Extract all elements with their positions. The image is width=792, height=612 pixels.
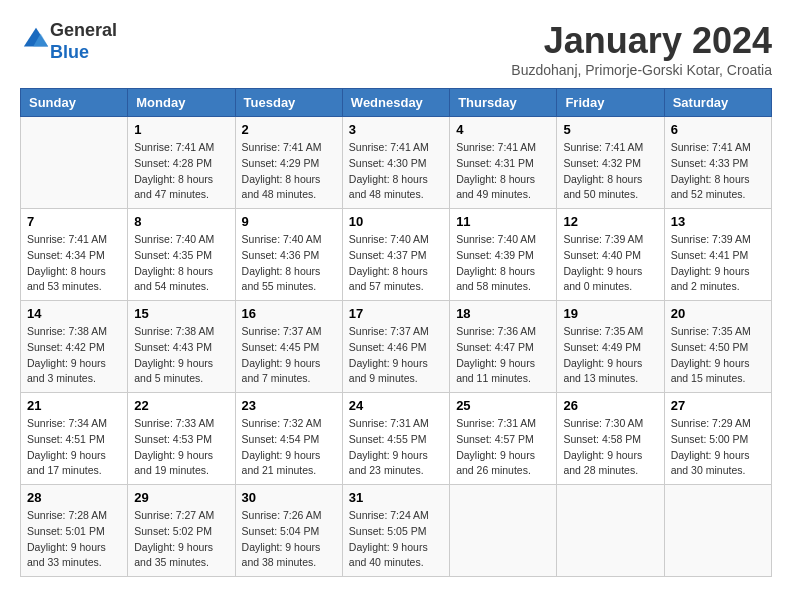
day-number: 22 [134,398,228,413]
day-number: 6 [671,122,765,137]
calendar-cell: 1Sunrise: 7:41 AMSunset: 4:28 PMDaylight… [128,117,235,209]
page-header: General Blue January 2024 Buzdohanj, Pri… [20,20,772,78]
calendar-cell: 18Sunrise: 7:36 AMSunset: 4:47 PMDayligh… [450,301,557,393]
day-info: Sunrise: 7:39 AMSunset: 4:40 PMDaylight:… [563,232,657,295]
day-info: Sunrise: 7:38 AMSunset: 4:42 PMDaylight:… [27,324,121,387]
calendar-header: SundayMondayTuesdayWednesdayThursdayFrid… [21,89,772,117]
logo-general: General [50,20,117,40]
weekday-header-wednesday: Wednesday [342,89,449,117]
day-number: 29 [134,490,228,505]
calendar-table: SundayMondayTuesdayWednesdayThursdayFrid… [20,88,772,577]
calendar-cell: 16Sunrise: 7:37 AMSunset: 4:45 PMDayligh… [235,301,342,393]
calendar-cell: 28Sunrise: 7:28 AMSunset: 5:01 PMDayligh… [21,485,128,577]
calendar-cell: 27Sunrise: 7:29 AMSunset: 5:00 PMDayligh… [664,393,771,485]
calendar-cell: 3Sunrise: 7:41 AMSunset: 4:30 PMDaylight… [342,117,449,209]
calendar-cell: 7Sunrise: 7:41 AMSunset: 4:34 PMDaylight… [21,209,128,301]
day-number: 5 [563,122,657,137]
day-info: Sunrise: 7:31 AMSunset: 4:57 PMDaylight:… [456,416,550,479]
calendar-cell [557,485,664,577]
calendar-cell: 22Sunrise: 7:33 AMSunset: 4:53 PMDayligh… [128,393,235,485]
day-number: 23 [242,398,336,413]
calendar-cell [450,485,557,577]
weekday-header-thursday: Thursday [450,89,557,117]
calendar-cell: 13Sunrise: 7:39 AMSunset: 4:41 PMDayligh… [664,209,771,301]
calendar-cell: 4Sunrise: 7:41 AMSunset: 4:31 PMDaylight… [450,117,557,209]
day-info: Sunrise: 7:35 AMSunset: 4:49 PMDaylight:… [563,324,657,387]
day-number: 3 [349,122,443,137]
logo-text: General Blue [50,20,117,63]
day-number: 31 [349,490,443,505]
calendar-cell: 23Sunrise: 7:32 AMSunset: 4:54 PMDayligh… [235,393,342,485]
weekday-header-monday: Monday [128,89,235,117]
day-number: 16 [242,306,336,321]
day-number: 21 [27,398,121,413]
day-number: 7 [27,214,121,229]
day-number: 13 [671,214,765,229]
day-info: Sunrise: 7:40 AMSunset: 4:36 PMDaylight:… [242,232,336,295]
calendar-cell: 9Sunrise: 7:40 AMSunset: 4:36 PMDaylight… [235,209,342,301]
calendar-cell: 15Sunrise: 7:38 AMSunset: 4:43 PMDayligh… [128,301,235,393]
day-info: Sunrise: 7:27 AMSunset: 5:02 PMDaylight:… [134,508,228,571]
day-info: Sunrise: 7:32 AMSunset: 4:54 PMDaylight:… [242,416,336,479]
day-info: Sunrise: 7:28 AMSunset: 5:01 PMDaylight:… [27,508,121,571]
weekday-header-tuesday: Tuesday [235,89,342,117]
day-info: Sunrise: 7:30 AMSunset: 4:58 PMDaylight:… [563,416,657,479]
day-number: 10 [349,214,443,229]
day-number: 19 [563,306,657,321]
weekday-header-friday: Friday [557,89,664,117]
logo-icon [22,26,50,54]
day-info: Sunrise: 7:26 AMSunset: 5:04 PMDaylight:… [242,508,336,571]
calendar-week-5: 28Sunrise: 7:28 AMSunset: 5:01 PMDayligh… [21,485,772,577]
day-info: Sunrise: 7:34 AMSunset: 4:51 PMDaylight:… [27,416,121,479]
calendar-cell: 6Sunrise: 7:41 AMSunset: 4:33 PMDaylight… [664,117,771,209]
calendar-cell: 2Sunrise: 7:41 AMSunset: 4:29 PMDaylight… [235,117,342,209]
day-info: Sunrise: 7:35 AMSunset: 4:50 PMDaylight:… [671,324,765,387]
day-info: Sunrise: 7:33 AMSunset: 4:53 PMDaylight:… [134,416,228,479]
calendar-cell: 24Sunrise: 7:31 AMSunset: 4:55 PMDayligh… [342,393,449,485]
day-info: Sunrise: 7:40 AMSunset: 4:39 PMDaylight:… [456,232,550,295]
calendar-week-2: 7Sunrise: 7:41 AMSunset: 4:34 PMDaylight… [21,209,772,301]
logo-blue: Blue [50,42,89,62]
day-number: 8 [134,214,228,229]
title-section: January 2024 Buzdohanj, Primorje-Gorski … [511,20,772,78]
day-number: 26 [563,398,657,413]
day-number: 4 [456,122,550,137]
calendar-cell: 30Sunrise: 7:26 AMSunset: 5:04 PMDayligh… [235,485,342,577]
day-number: 25 [456,398,550,413]
location-subtitle: Buzdohanj, Primorje-Gorski Kotar, Croati… [511,62,772,78]
day-info: Sunrise: 7:41 AMSunset: 4:32 PMDaylight:… [563,140,657,203]
calendar-cell: 5Sunrise: 7:41 AMSunset: 4:32 PMDaylight… [557,117,664,209]
calendar-cell: 26Sunrise: 7:30 AMSunset: 4:58 PMDayligh… [557,393,664,485]
calendar-week-3: 14Sunrise: 7:38 AMSunset: 4:42 PMDayligh… [21,301,772,393]
weekday-row: SundayMondayTuesdayWednesdayThursdayFrid… [21,89,772,117]
day-info: Sunrise: 7:41 AMSunset: 4:34 PMDaylight:… [27,232,121,295]
day-number: 20 [671,306,765,321]
day-number: 28 [27,490,121,505]
weekday-header-sunday: Sunday [21,89,128,117]
day-number: 17 [349,306,443,321]
calendar-cell: 14Sunrise: 7:38 AMSunset: 4:42 PMDayligh… [21,301,128,393]
day-info: Sunrise: 7:31 AMSunset: 4:55 PMDaylight:… [349,416,443,479]
calendar-cell [21,117,128,209]
day-number: 9 [242,214,336,229]
day-number: 30 [242,490,336,505]
day-number: 14 [27,306,121,321]
calendar-cell: 19Sunrise: 7:35 AMSunset: 4:49 PMDayligh… [557,301,664,393]
calendar-cell: 11Sunrise: 7:40 AMSunset: 4:39 PMDayligh… [450,209,557,301]
day-info: Sunrise: 7:41 AMSunset: 4:33 PMDaylight:… [671,140,765,203]
day-info: Sunrise: 7:41 AMSunset: 4:31 PMDaylight:… [456,140,550,203]
day-number: 1 [134,122,228,137]
day-info: Sunrise: 7:29 AMSunset: 5:00 PMDaylight:… [671,416,765,479]
day-info: Sunrise: 7:40 AMSunset: 4:35 PMDaylight:… [134,232,228,295]
day-info: Sunrise: 7:24 AMSunset: 5:05 PMDaylight:… [349,508,443,571]
day-info: Sunrise: 7:41 AMSunset: 4:30 PMDaylight:… [349,140,443,203]
day-info: Sunrise: 7:40 AMSunset: 4:37 PMDaylight:… [349,232,443,295]
month-title: January 2024 [511,20,772,62]
day-info: Sunrise: 7:37 AMSunset: 4:46 PMDaylight:… [349,324,443,387]
day-info: Sunrise: 7:36 AMSunset: 4:47 PMDaylight:… [456,324,550,387]
calendar-cell: 8Sunrise: 7:40 AMSunset: 4:35 PMDaylight… [128,209,235,301]
calendar-cell: 25Sunrise: 7:31 AMSunset: 4:57 PMDayligh… [450,393,557,485]
day-number: 18 [456,306,550,321]
calendar-week-4: 21Sunrise: 7:34 AMSunset: 4:51 PMDayligh… [21,393,772,485]
weekday-header-saturday: Saturday [664,89,771,117]
